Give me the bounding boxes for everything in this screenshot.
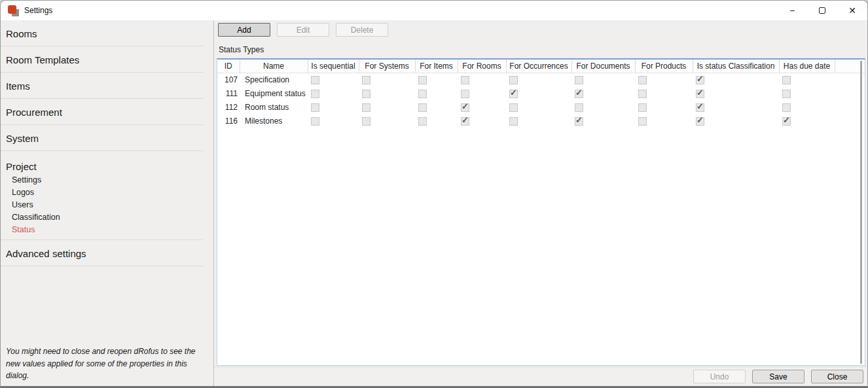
- panel-title: Status Types: [219, 45, 264, 54]
- table-row[interactable]: 111Equipment status✓✓✓: [217, 86, 865, 100]
- sidebar-item-project[interactable]: Project: [1, 151, 213, 174]
- checkbox-is-sequential[interactable]: [311, 103, 319, 112]
- checkbox-for-products[interactable]: [638, 117, 647, 126]
- checkbox-for-documents[interactable]: [575, 103, 583, 112]
- sidebar-item-project-status[interactable]: Status: [1, 224, 203, 236]
- sidebar-item-procurement[interactable]: Procurement: [1, 99, 203, 125]
- column-header-id[interactable]: ID: [217, 60, 240, 73]
- column-header-is-sequential[interactable]: Is sequential: [308, 60, 359, 73]
- cell-is-status-classification: ✓: [693, 114, 779, 128]
- cell-for-occurrences: ✓: [506, 86, 571, 100]
- edit-button[interactable]: Edit: [277, 23, 329, 37]
- cell-for-occurrences: [506, 73, 571, 86]
- checkbox-for-items[interactable]: [418, 117, 427, 126]
- restart-note: You might need to close and reopen dRofu…: [6, 345, 198, 382]
- cell-has-due-date: [779, 86, 835, 100]
- cell-name: Room status: [240, 100, 308, 114]
- checkbox-has-due-date[interactable]: ✓: [782, 117, 791, 126]
- checkbox-for-rooms[interactable]: ✓: [461, 103, 469, 112]
- sidebar-item-project-settings[interactable]: Settings: [1, 174, 203, 186]
- check-icon: ✓: [575, 88, 583, 97]
- checkbox-for-products[interactable]: [638, 76, 647, 84]
- checkbox-is-sequential[interactable]: [311, 90, 319, 98]
- checkbox-for-occurrences[interactable]: ✓: [509, 90, 518, 98]
- checkbox-for-items[interactable]: [418, 76, 427, 84]
- sidebar-item-items[interactable]: Items: [1, 73, 203, 99]
- checkbox-is-status-classification[interactable]: ✓: [696, 90, 704, 98]
- check-icon: ✓: [461, 115, 469, 125]
- sidebar-item-project-classification[interactable]: Classification: [1, 211, 203, 224]
- checkbox-has-due-date[interactable]: [782, 103, 791, 112]
- table-row[interactable]: 112Room status✓✓: [217, 100, 865, 114]
- cell-for-items: [415, 114, 458, 128]
- table-row[interactable]: 116Milestones✓✓✓✓: [217, 114, 865, 128]
- cell-is-status-classification: ✓: [693, 86, 779, 100]
- cell-is-sequential: [308, 100, 359, 114]
- checkbox-for-documents[interactable]: [575, 76, 583, 84]
- checkbox-has-due-date[interactable]: [782, 76, 791, 84]
- column-header-is-status-classification[interactable]: Is status Classification: [693, 60, 779, 73]
- minimize-button[interactable]: −: [777, 1, 807, 20]
- delete-button[interactable]: Delete: [336, 23, 388, 37]
- close-icon: ✕: [848, 5, 856, 16]
- checkbox-for-rooms[interactable]: ✓: [461, 117, 469, 126]
- checkbox-for-items[interactable]: [418, 103, 427, 112]
- sidebar-item-rooms[interactable]: Rooms: [1, 20, 203, 46]
- check-icon: ✓: [696, 74, 704, 84]
- check-icon: ✓: [783, 115, 790, 125]
- cell-is-sequential: [308, 114, 359, 128]
- sidebar-item-room-templates[interactable]: Room Templates: [1, 46, 203, 73]
- checkbox-for-rooms[interactable]: [461, 90, 469, 98]
- column-header-for-products[interactable]: For Products: [635, 60, 693, 73]
- checkbox-for-products[interactable]: [638, 103, 647, 112]
- column-header-name[interactable]: Name: [240, 60, 308, 73]
- undo-button[interactable]: Undo: [693, 370, 746, 383]
- checkbox-has-due-date[interactable]: [782, 90, 791, 98]
- cell-for-items: [415, 73, 458, 86]
- save-button[interactable]: Save: [752, 370, 805, 383]
- check-icon: ✓: [696, 88, 704, 97]
- add-button[interactable]: Add: [218, 23, 270, 37]
- table-row[interactable]: 107Specification✓: [217, 73, 865, 86]
- cell-for-items: [415, 100, 458, 114]
- cell-is-status-classification: ✓: [693, 73, 779, 86]
- checkbox-is-sequential[interactable]: [311, 76, 319, 84]
- cell-for-systems: [359, 100, 415, 114]
- sidebar-item-project-logos[interactable]: Logos: [1, 186, 203, 199]
- checkbox-for-occurrences[interactable]: [509, 103, 518, 112]
- column-header-for-occurrences[interactable]: For Occurrences: [506, 60, 571, 73]
- checkbox-for-systems[interactable]: [362, 76, 371, 84]
- settings-window: Settings − ✕ Rooms Room Templates Items …: [0, 0, 868, 388]
- checkbox-is-sequential[interactable]: [311, 117, 319, 126]
- table-scrollbar[interactable]: [860, 61, 862, 364]
- sidebar-item-project-users[interactable]: Users: [1, 199, 203, 211]
- column-header-for-rooms[interactable]: For Rooms: [458, 60, 506, 73]
- checkbox-for-items[interactable]: [418, 90, 427, 98]
- cell-for-rooms: ✓: [458, 100, 506, 114]
- checkbox-is-status-classification[interactable]: ✓: [696, 103, 704, 112]
- app-logo-icon: [8, 5, 19, 16]
- close-window-button[interactable]: ✕: [837, 1, 867, 20]
- column-header-for-items[interactable]: For Items: [415, 60, 458, 73]
- checkbox-for-rooms[interactable]: [461, 76, 469, 84]
- cell-for-systems: [359, 114, 415, 128]
- column-header-for-systems[interactable]: For Systems: [359, 60, 415, 73]
- checkbox-for-occurrences[interactable]: [509, 117, 518, 126]
- checkbox-for-products[interactable]: [638, 90, 647, 98]
- checkbox-for-systems[interactable]: [362, 117, 371, 126]
- sidebar-item-advanced-settings[interactable]: Advanced settings: [1, 240, 203, 266]
- maximize-button[interactable]: [807, 1, 837, 20]
- checkbox-for-occurrences[interactable]: [509, 76, 518, 84]
- sidebar-item-system[interactable]: System: [1, 125, 203, 151]
- checkbox-for-documents[interactable]: ✓: [575, 90, 583, 98]
- checkbox-for-systems[interactable]: [362, 90, 371, 98]
- column-header-has-due-date[interactable]: Has due date: [779, 60, 835, 73]
- close-button[interactable]: Close: [811, 370, 863, 383]
- cell-for-occurrences: [506, 100, 571, 114]
- checkbox-is-status-classification[interactable]: ✓: [696, 117, 704, 126]
- checkbox-for-documents[interactable]: ✓: [575, 117, 583, 126]
- checkbox-for-systems[interactable]: [362, 103, 371, 112]
- status-types-table: IDNameIs sequentialFor SystemsFor ItemsF…: [217, 60, 865, 128]
- column-header-for-documents[interactable]: For Documents: [571, 60, 635, 73]
- checkbox-is-status-classification[interactable]: ✓: [696, 76, 704, 84]
